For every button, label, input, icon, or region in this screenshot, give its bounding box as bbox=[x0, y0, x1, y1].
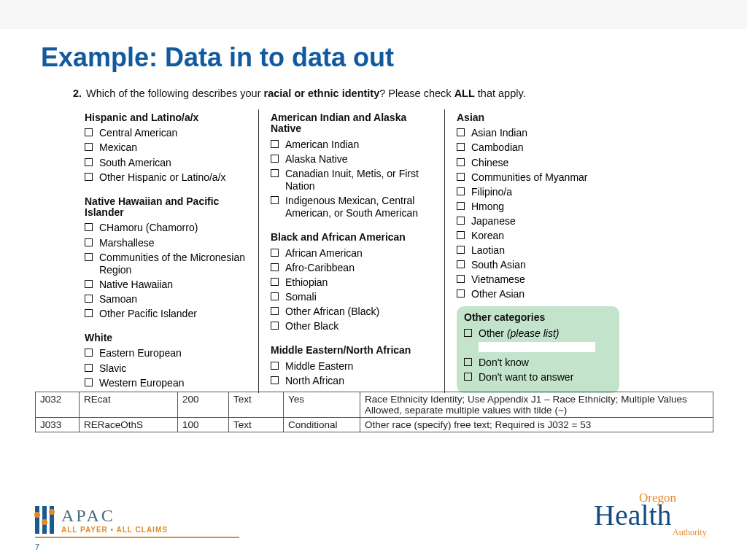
column-1: Hispanic and Latino/a/x Central American… bbox=[73, 109, 259, 393]
checkbox-icon[interactable] bbox=[457, 187, 465, 195]
cell-len: 200 bbox=[178, 392, 229, 418]
checkbox-icon[interactable] bbox=[464, 373, 472, 381]
group-heading-mena: Middle Eastern/North African bbox=[271, 345, 433, 356]
form-content: 2.Which of the following describes your … bbox=[73, 88, 671, 393]
option-row: Slavic bbox=[85, 362, 247, 375]
checkbox-icon[interactable] bbox=[271, 307, 279, 315]
option-label: Somali bbox=[285, 291, 433, 303]
option-label: CHamoru (Chamorro) bbox=[99, 222, 247, 234]
question-line: 2.Which of the following describes your … bbox=[73, 88, 671, 99]
option-label: Slavic bbox=[99, 362, 247, 375]
checkbox-icon[interactable] bbox=[85, 143, 93, 151]
cell-type: Text bbox=[229, 392, 284, 418]
checkbox-icon[interactable] bbox=[85, 364, 93, 372]
apac-text: APAC ALL PAYER • ALL CLAIMS bbox=[61, 506, 168, 534]
cell-code: J033 bbox=[36, 418, 80, 432]
option-label: Communities of Myanmar bbox=[471, 171, 619, 184]
option-row: Don't know bbox=[464, 357, 611, 369]
option-label: Native Hawaiian bbox=[99, 279, 247, 291]
option-label: Western European bbox=[99, 377, 247, 389]
checkbox-icon[interactable] bbox=[85, 238, 93, 246]
checkbox-icon[interactable] bbox=[464, 358, 472, 366]
option-row: Other Black bbox=[271, 320, 433, 332]
checkbox-icon[interactable] bbox=[271, 376, 279, 384]
table-row: J033 RERaceOthS 100 Text Conditional Oth… bbox=[36, 418, 713, 432]
cell-code: J032 bbox=[36, 392, 80, 418]
checkbox-icon[interactable] bbox=[457, 128, 465, 136]
option-row: Filipino/a bbox=[457, 186, 619, 198]
checkbox-icon[interactable] bbox=[85, 309, 93, 317]
checkbox-icon[interactable] bbox=[457, 260, 465, 268]
checkbox-icon[interactable] bbox=[271, 292, 279, 300]
checkbox-icon[interactable] bbox=[457, 202, 465, 210]
cell-name: REcat bbox=[80, 392, 178, 418]
checkbox-icon[interactable] bbox=[271, 169, 279, 177]
option-label: Laotian bbox=[471, 244, 619, 257]
checkbox-icon[interactable] bbox=[271, 155, 279, 163]
checkbox-icon[interactable] bbox=[271, 322, 279, 330]
option-row: Asian Indian bbox=[457, 127, 619, 139]
group-heading-black: Black and African American bbox=[271, 232, 433, 243]
option-label: Asian Indian bbox=[471, 127, 619, 139]
group-heading-other: Other categories bbox=[464, 312, 611, 323]
option-row: Native Hawaiian bbox=[85, 279, 247, 291]
apac-tagline: ALL PAYER • ALL CLAIMS bbox=[61, 526, 168, 534]
option-label: Canadian Inuit, Metis, or First Nation bbox=[285, 168, 433, 192]
option-row: Other African (Black) bbox=[271, 306, 433, 318]
option-label: South Asian bbox=[471, 259, 619, 271]
checkbox-icon[interactable] bbox=[457, 173, 465, 181]
option-row: CHamoru (Chamorro) bbox=[85, 222, 247, 234]
option-label: Other (please list) bbox=[479, 327, 611, 340]
checkbox-icon[interactable] bbox=[85, 349, 93, 357]
group-heading-nhpi: Native Hawaiian and Pacific Islander bbox=[85, 196, 247, 219]
checkbox-icon[interactable] bbox=[271, 140, 279, 148]
cell-desc: Race Ethnicity Identity; Use Appendix J1… bbox=[360, 392, 713, 418]
checkbox-icon[interactable] bbox=[457, 217, 465, 225]
option-label: Indigenous Mexican, Central American, or… bbox=[285, 195, 433, 219]
checkbox-icon[interactable] bbox=[85, 223, 93, 231]
oha-authority: Authority bbox=[673, 527, 707, 537]
checkbox-icon[interactable] bbox=[271, 263, 279, 271]
slide-title: Example: Data in to data out bbox=[0, 29, 747, 73]
checkbox-icon[interactable] bbox=[85, 128, 93, 136]
option-label: Central American bbox=[99, 127, 247, 139]
checkbox-icon[interactable] bbox=[457, 275, 465, 283]
checkbox-icon[interactable] bbox=[457, 158, 465, 166]
checkbox-icon[interactable] bbox=[85, 253, 93, 261]
checkbox-icon[interactable] bbox=[271, 362, 279, 370]
cell-name: RERaceOthS bbox=[80, 418, 178, 432]
checkbox-icon[interactable] bbox=[457, 246, 465, 254]
columns: Hispanic and Latino/a/x Central American… bbox=[73, 109, 671, 393]
checkbox-icon[interactable] bbox=[457, 143, 465, 151]
option-row: Laotian bbox=[457, 244, 619, 257]
option-row: Afro-Caribbean bbox=[271, 262, 433, 274]
checkbox-icon[interactable] bbox=[457, 231, 465, 239]
checkbox-icon[interactable] bbox=[457, 289, 465, 298]
checkbox-icon[interactable] bbox=[85, 173, 93, 181]
option-label: Hmong bbox=[471, 201, 619, 213]
cell-req: Yes bbox=[284, 392, 360, 418]
option-row: Canadian Inuit, Metis, or First Nation bbox=[271, 168, 433, 192]
checkbox-icon[interactable] bbox=[271, 249, 279, 257]
top-band bbox=[0, 0, 747, 29]
group-heading-asian: Asian bbox=[457, 112, 619, 123]
option-row: Cambodian bbox=[457, 141, 619, 154]
checkbox-icon[interactable] bbox=[464, 329, 472, 337]
page-number: 7 bbox=[35, 542, 39, 551]
column-3: Asian Asian Indian Cambodian Chinese Com… bbox=[445, 109, 631, 393]
checkbox-icon[interactable] bbox=[85, 280, 93, 288]
option-other-text: Other bbox=[479, 327, 507, 339]
other-writein-input[interactable] bbox=[479, 342, 595, 352]
checkbox-icon[interactable] bbox=[271, 196, 279, 204]
checkbox-icon[interactable] bbox=[85, 378, 93, 386]
option-label: Don't want to answer bbox=[479, 371, 611, 384]
apac-bars-icon bbox=[35, 506, 54, 534]
option-row: Central American bbox=[85, 127, 247, 139]
option-row: Eastern European bbox=[85, 347, 247, 359]
other-categories-box: Other categories Other (please list) Don… bbox=[457, 306, 619, 393]
option-label: Communities of the Micronesian Region bbox=[99, 252, 247, 276]
checkbox-icon[interactable] bbox=[85, 158, 93, 166]
checkbox-icon[interactable] bbox=[85, 295, 93, 303]
checkbox-icon[interactable] bbox=[271, 278, 279, 286]
option-label: Mexican bbox=[99, 141, 247, 154]
